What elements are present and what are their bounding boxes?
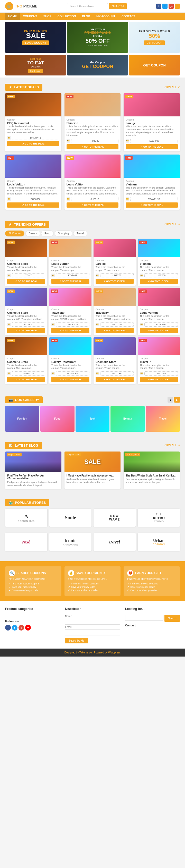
gallery-next-btn[interactable]: ▶ — [174, 397, 180, 403]
gallery-prev-btn[interactable]: ◀ — [168, 397, 173, 403]
trend-btn-1[interactable]: ↗ GO TO THE DEAL — [51, 279, 89, 284]
deal-btn-5[interactable]: ↗ GO TO THE DEAL — [126, 203, 178, 208]
trend-btn-10[interactable]: ↗ GO TO THE DEAL — [96, 377, 134, 382]
trend-btn-8[interactable]: ↗ GO TO THE DEAL — [7, 377, 45, 382]
trend-img-8: NEW — [5, 337, 47, 355]
star-icon-trending: ★ — [9, 222, 12, 226]
blog-date-0: Aug 27, 2018 — [7, 453, 22, 457]
footer-product-categories-title: Product categories — [5, 607, 33, 612]
trend-btn-9[interactable]: ↗ GO TO THE DEAL — [51, 377, 89, 382]
store-the-retro[interactable]: THE RETRO STUDIO — [138, 509, 180, 527]
blog-title: 📝 LATEST BLOG — [5, 442, 42, 449]
tab-all-coupon[interactable]: All Coupon — [5, 230, 25, 237]
deal-card-img-5: HOT — [123, 155, 180, 178]
tab-beauty[interactable]: Beauty — [26, 230, 40, 237]
deal-btn-4[interactable]: ↗ GO TO THE DEAL — [67, 203, 119, 208]
search-button[interactable]: SEARCH — [109, 3, 127, 9]
trending-tabs: All Coupon Beauty Food Shopping Travel — [0, 230, 185, 239]
trend-btn-4[interactable]: ↗ GO TO THE DEAL — [7, 328, 45, 333]
deal-category-0: Coupon — [7, 119, 59, 121]
rss-icon[interactable]: r — [175, 4, 180, 9]
store-travel[interactable]: travel — [94, 533, 136, 551]
trend-title-6: Travelcity — [96, 311, 134, 314]
store-iconic[interactable]: Iconic HARDWARE — [49, 533, 91, 551]
deal-btn-2[interactable]: ↗ GO TO THE DEAL — [126, 144, 178, 149]
store-smile[interactable]: Smile — [49, 509, 91, 527]
get-coupon-btn-food[interactable]: Get Coupon — [28, 69, 43, 73]
nav-myaccount[interactable]: MY ACCOUNT — [93, 12, 118, 20]
deal-card-body-5: Coupon Vietnam This is the description f… — [123, 178, 180, 210]
nav-home[interactable]: HOME — [5, 12, 20, 20]
nav-collection[interactable]: COLLECTION — [54, 12, 79, 20]
deal-btn-3[interactable]: ↗ GO TO THE DEAL — [7, 203, 59, 208]
footer-bottom: Product categories Follow me f t g y New… — [0, 601, 185, 649]
trend-category-11: Coupon — [140, 357, 178, 360]
footer-search-btn[interactable]: Search — [164, 615, 180, 622]
nav-contact[interactable]: CONTACT — [118, 12, 138, 20]
trend-img-3: HOT — [138, 239, 180, 257]
footer-youtube-icon[interactable]: y — [25, 625, 31, 630]
googleplus-icon[interactable]: g+ — [169, 4, 174, 9]
twitter-icon[interactable]: t — [162, 4, 168, 9]
get-coupon-btn-hero[interactable]: GET COUPON — [144, 40, 165, 45]
code-text-0: BRNHX42 — [12, 136, 59, 140]
tab-food[interactable]: Food — [41, 230, 54, 237]
footer-save-title: 💰 SAVE YOUR MONEY — [68, 570, 117, 576]
trend-code-text-4: RGK620 — [12, 322, 45, 327]
trend-btn-7[interactable]: ↗ GO TO THE DEAL — [140, 328, 178, 333]
store-design-hub[interactable]: A DESIGN HUB — [5, 509, 47, 527]
trending-view-all[interactable]: VIEW ALL ↗ — [164, 223, 180, 226]
store-urban[interactable]: Urban DESIGNS — [138, 533, 180, 551]
search-input[interactable] — [67, 3, 108, 9]
store-rose[interactable]: rosé — [5, 533, 47, 551]
gallery-items: Fashion Food Tech Beauty Travel — [0, 406, 185, 436]
gallery-item-1: Food — [40, 406, 75, 432]
footer-subscribe-btn[interactable]: Subscribe Me — [65, 638, 88, 643]
star-icon: ★ — [9, 85, 12, 89]
footer-search-input[interactable] — [125, 615, 164, 621]
gallery-item-0: Fashion — [5, 406, 39, 432]
trend-code-8: 🎫 WGXM719 — [7, 371, 45, 375]
trend-card-1: HOT Coupon Louis Vuitton This is the des… — [49, 239, 91, 286]
nav-shop[interactable]: SHOP — [40, 12, 54, 20]
trending-grid-3: NEW Coupon Cosmetic Store This is the de… — [0, 337, 185, 388]
footer-twitter-icon[interactable]: t — [12, 625, 17, 630]
deal-card-5: HOT Coupon Vietnam This is the descripti… — [123, 155, 180, 210]
latest-deals-view-all[interactable]: VIEW ALL ↗ — [164, 86, 180, 89]
footer-facebook-icon[interactable]: f — [5, 625, 11, 630]
facebook-icon[interactable]: f — [156, 4, 161, 9]
deal-btn-0[interactable]: ↗ GO TO THE DEAL — [7, 141, 59, 146]
trend-btn-0[interactable]: ↗ GO TO THE DEAL — [7, 279, 45, 284]
trend-card-11: HOT Coupon Travel P This is the descript… — [138, 337, 180, 384]
trend-card-7: HOT Coupon Louis Vuitton This is the des… — [138, 288, 180, 335]
trend-desc-5: This is the description for the coupon. … — [51, 315, 89, 321]
tab-travel[interactable]: Travel — [73, 230, 87, 237]
footer-earn-item-0: ✓ Find most newest coupons — [127, 582, 176, 585]
deal-card-0: NEW Coupon BBQ Restaurant This is the de… — [5, 93, 62, 151]
deal-btn-1[interactable]: ↗ GO TO THE DEAL — [67, 144, 119, 149]
footer-google-icon[interactable]: g — [18, 625, 24, 630]
trend-card-6: NEW Coupon Travelcity This is the descri… — [94, 288, 136, 335]
deal-title-3: Louis Vuitton — [7, 183, 59, 186]
trend-btn-6[interactable]: ↗ GO TO THE DEAL — [96, 328, 134, 333]
trending-title: ★ TRENDING OFFERS — [5, 221, 49, 228]
trend-btn-11[interactable]: ↗ GO TO THE DEAL — [140, 377, 178, 382]
footer-copyright-link[interactable]: Takeme.co — [79, 651, 92, 654]
blog-view-all[interactable]: VIEW ALL ↗ — [164, 444, 180, 447]
trend-btn-3[interactable]: ↗ GO TO THE DEAL — [140, 279, 178, 284]
trend-img-5: HOT — [49, 288, 91, 306]
nav-blog[interactable]: BLOG — [79, 12, 93, 20]
footer-product-categories: Product categories Follow me f t g y — [5, 606, 60, 643]
blog-card-0: Aug 27, 2018 Find The Perfect Place For … — [5, 452, 62, 489]
footer-search-item-1: ✓ Save your money today — [9, 586, 58, 588]
trend-title-3: Vietnam — [140, 262, 178, 265]
tab-shopping[interactable]: Shopping — [55, 230, 72, 237]
trend-code-text-5: APCC332 — [56, 322, 89, 327]
nav-coupons[interactable]: COUPONS — [20, 12, 40, 20]
trend-btn-5[interactable]: ↗ GO TO THE DEAL — [51, 328, 89, 333]
footer-name-input[interactable] — [65, 619, 120, 625]
trend-tag-6: NEW — [95, 289, 103, 293]
trend-btn-2[interactable]: ↗ GO TO THE DEAL — [96, 279, 134, 284]
footer-email-input[interactable] — [65, 629, 120, 636]
store-new-wave[interactable]: NEW WAVE — [94, 509, 136, 527]
